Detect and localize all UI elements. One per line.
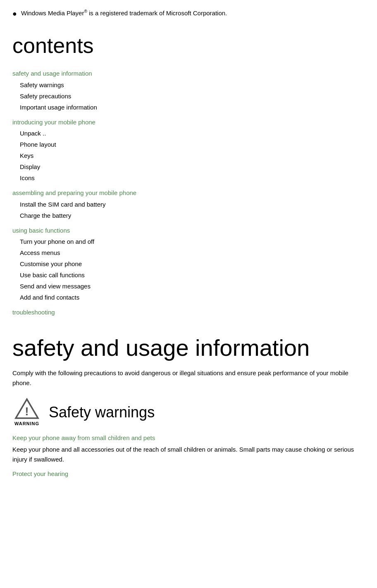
toc-item: Charge the battery — [12, 210, 365, 221]
warning-subheader-2: Protect your hearing — [12, 469, 365, 479]
toc-section-header: troubleshooting — [12, 308, 365, 317]
toc-item: Safety warnings — [12, 79, 365, 90]
toc-item: Important usage information — [12, 102, 365, 113]
warning-subheader-1: Keep your phone away from small children… — [12, 433, 365, 443]
trademark-text: Windows Media Player® is a registered tr… — [21, 8, 227, 18]
warning-label-text: WARNING — [14, 420, 39, 427]
toc-section-header: introducing your mobile phone — [12, 118, 365, 127]
toc-item: Install the SIM card and battery — [12, 199, 365, 210]
toc-item: Unpack .. — [12, 128, 365, 139]
toc-item: Send and view messages — [12, 281, 365, 292]
toc-item: Access menus — [12, 247, 365, 258]
toc-item: Customise your phone — [12, 258, 365, 269]
toc-item: Use basic call functions — [12, 269, 365, 281]
trademark-bullet: ● Windows Media Player® is a registered … — [12, 8, 365, 19]
trademark-sup: ® — [84, 9, 87, 14]
warning-title-text: Safety warnings — [49, 401, 155, 424]
toc-item: Phone layout — [12, 139, 365, 150]
warning-block: ! WARNING Safety warnings — [12, 398, 365, 427]
table-of-contents: safety and usage informationSafety warni… — [12, 69, 365, 317]
warning-icon-container: ! WARNING — [12, 398, 41, 427]
bullet-dot: ● — [12, 8, 17, 19]
toc-item: Display — [12, 161, 365, 172]
toc-item: Turn your phone on and off — [12, 236, 365, 247]
toc-section-header: safety and usage information — [12, 69, 365, 79]
warning-body-1: Keep your phone and all accessories out … — [12, 445, 365, 464]
toc-section-header: assembling and preparing your mobile pho… — [12, 188, 365, 198]
trademark-product: Windows Media Player — [21, 10, 84, 17]
warning-triangle-icon: ! — [14, 398, 39, 419]
svg-text:!: ! — [25, 405, 29, 418]
toc-item: Keys — [12, 150, 365, 161]
safety-section-intro: Comply with the following precautions to… — [12, 368, 365, 388]
toc-section-header: using basic functions — [12, 226, 365, 236]
trademark-suffix: is a registered trademark of Microsoft C… — [87, 10, 227, 17]
safety-section-title: safety and usage information — [12, 334, 365, 362]
contents-title: contents — [12, 29, 365, 62]
toc-item: Icons — [12, 172, 365, 183]
toc-item: Safety precautions — [12, 90, 365, 102]
toc-item: Add and find contacts — [12, 292, 365, 303]
